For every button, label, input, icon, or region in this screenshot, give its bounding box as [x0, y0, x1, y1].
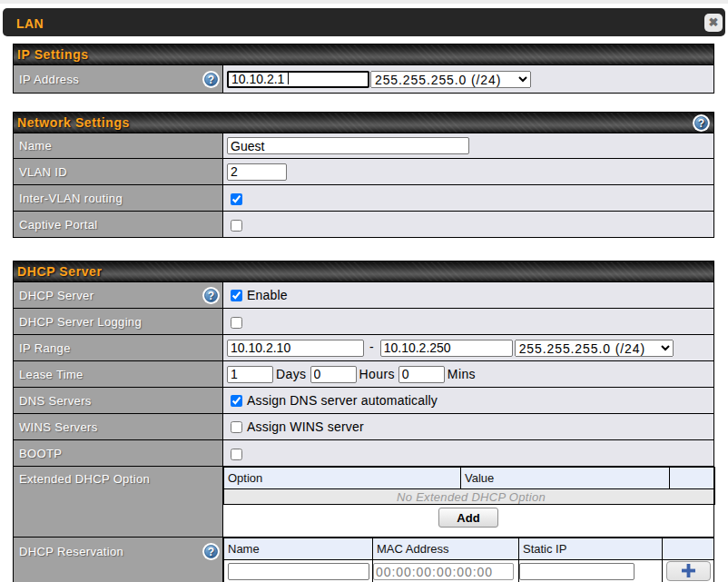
svg-text:?: ? [208, 546, 215, 558]
svg-text:?: ? [698, 116, 705, 129]
svg-text:?: ? [208, 73, 215, 85]
svg-text:?: ? [208, 289, 215, 301]
